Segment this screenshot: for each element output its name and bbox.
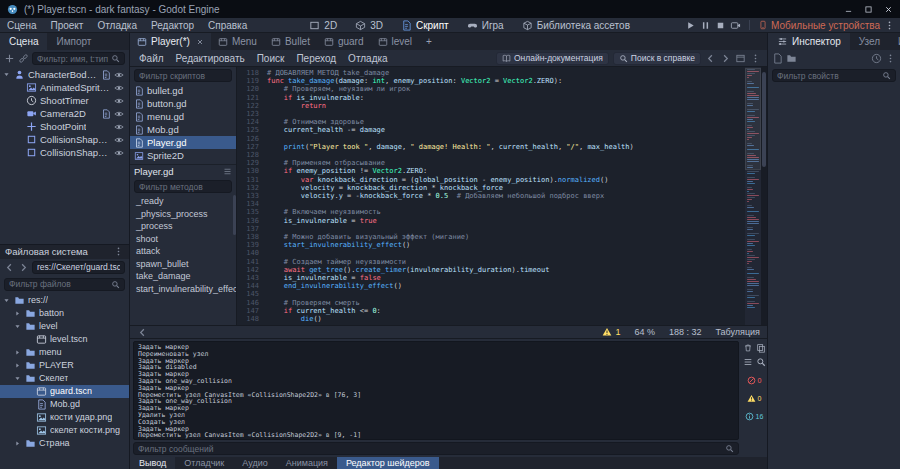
visibility-toggle-icon[interactable]	[114, 83, 124, 93]
script-list-item[interactable]: menu.gd	[130, 110, 236, 123]
filesystem-item[interactable]: batton	[0, 307, 129, 320]
output-log[interactable]: Задать маркерПереименовать узелЗадать ма…	[133, 341, 739, 440]
add-node-button[interactable]	[4, 53, 15, 64]
menu-item[interactable]: Проект	[43, 20, 90, 31]
toggle-scripts-panel-button[interactable]	[137, 327, 148, 338]
scene-tab[interactable]: level	[371, 33, 420, 50]
expand-arrow-icon[interactable]	[13, 310, 22, 317]
method-list-item[interactable]: take_damage	[130, 270, 236, 283]
filter-messages-input[interactable]	[138, 444, 722, 454]
warnings-indicator[interactable]: 1	[602, 327, 620, 337]
pause-button[interactable]	[700, 20, 711, 31]
inspector-dock-tab[interactable]: История	[889, 33, 900, 50]
method-list-item[interactable]: _physics_process	[130, 208, 236, 221]
filesystem-item[interactable]: Mob.gd	[0, 398, 129, 411]
script-list-item[interactable]: button.gd	[130, 97, 236, 110]
scrollbar-thumb[interactable]	[762, 72, 766, 167]
close-window-button[interactable]	[884, 5, 893, 14]
sort-methods-button[interactable]	[223, 167, 232, 176]
scene-tree-item[interactable]: CharacterBody2D	[0, 68, 129, 81]
scene-tree-item[interactable]: CollisionShape2D2	[0, 146, 129, 159]
code-minimap[interactable]	[745, 67, 761, 325]
copy-output-button[interactable]	[756, 343, 766, 353]
history-back-button[interactable]	[705, 53, 716, 64]
stop-button[interactable]	[715, 20, 726, 31]
minimize-button[interactable]	[844, 5, 853, 14]
inspector-dock-tab[interactable]: Инспектор	[768, 33, 850, 50]
menu-item[interactable]: Сцена	[0, 20, 43, 31]
device-selector[interactable]: Мобильные устройства	[758, 20, 880, 31]
workspace-script[interactable]: Скрипт	[392, 20, 458, 31]
bottom-panel-tab[interactable]: Вывод	[130, 457, 175, 469]
resource-history-button[interactable]	[871, 53, 882, 64]
scene-tab[interactable]: Menu	[211, 33, 264, 50]
asset-library-button[interactable]: Библиотека ассетов	[513, 20, 639, 31]
bottom-panel-tab[interactable]: Редактор шейдеров	[337, 457, 439, 469]
script-menu-item[interactable]: Файл	[133, 53, 170, 64]
expand-arrow-icon[interactable]	[13, 362, 22, 369]
visibility-toggle-icon[interactable]	[114, 96, 124, 106]
bottom-panel-tab[interactable]: Аудио	[233, 457, 276, 469]
output-search-button[interactable]	[756, 357, 766, 367]
code-scrollbar[interactable]	[761, 67, 767, 325]
indent-type[interactable]: Табуляция	[715, 327, 760, 337]
scene-tab[interactable]: guard	[317, 33, 371, 50]
scene-tree-item[interactable]: CollisionShape2D	[0, 133, 129, 146]
movie-mode-button[interactable]	[730, 20, 741, 31]
fs-forward-button[interactable]	[18, 262, 29, 273]
filter-nodes-input[interactable]	[37, 54, 108, 64]
make-floating-button[interactable]	[735, 53, 746, 64]
attached-script-icon[interactable]	[101, 109, 111, 119]
method-list-item[interactable]: _process	[130, 220, 236, 233]
filesystem-menu-button[interactable]	[113, 246, 124, 257]
method-list-item[interactable]: attack	[130, 245, 236, 258]
filesystem-item[interactable]: Страна	[0, 437, 129, 450]
close-tab-icon[interactable]	[196, 38, 204, 46]
search-help-button[interactable]: Поиск в справке	[613, 52, 701, 65]
visibility-toggle-icon[interactable]	[114, 148, 124, 158]
filesystem-item[interactable]: res://	[0, 294, 129, 307]
filesystem-item[interactable]: menu	[0, 346, 129, 359]
script-list-item[interactable]: Sprite2D	[130, 149, 236, 162]
filter-properties-input[interactable]	[777, 71, 879, 81]
filesystem-item[interactable]: level.tscn	[0, 333, 129, 346]
bottom-panel-tab[interactable]: Отладчик	[175, 457, 233, 469]
collapse-duplicates-button[interactable]	[743, 357, 753, 367]
filesystem-item[interactable]: guard.tscn	[0, 385, 129, 398]
workspace-3d[interactable]: 3D	[346, 20, 392, 31]
method-list-item[interactable]: start_invulnerability_effect	[130, 283, 236, 296]
error-filter-toggle[interactable]: 0	[747, 376, 762, 385]
minimap-viewport[interactable]	[745, 68, 761, 170]
filesystem-item[interactable]: PLAYER	[0, 359, 129, 372]
instance-scene-button[interactable]	[18, 53, 29, 64]
inspector-dock-tab[interactable]: Узел	[850, 33, 889, 50]
menu-item[interactable]: Редактор	[144, 20, 201, 31]
filesystem-item[interactable]: level	[0, 320, 129, 333]
filter-methods-input[interactable]	[139, 182, 227, 192]
expand-arrow-icon[interactable]	[2, 297, 11, 304]
visibility-toggle-icon[interactable]	[114, 70, 124, 80]
expand-arrow-icon[interactable]	[13, 349, 22, 356]
new-scene-tab-button[interactable]: +	[419, 33, 439, 50]
script-list-item[interactable]: bullet.gd	[130, 84, 236, 97]
visibility-toggle-icon[interactable]	[114, 122, 124, 132]
expand-arrow-icon[interactable]	[13, 323, 22, 330]
menu-item[interactable]: Справка	[201, 20, 254, 31]
online-docs-button[interactable]: Онлайн-документация	[496, 52, 609, 65]
scene-tree-item[interactable]: Camera2D	[0, 107, 129, 120]
scene-dock-tab[interactable]: Сцена	[0, 33, 47, 50]
play-button[interactable]	[685, 20, 696, 31]
method-list-item[interactable]: _ready	[130, 195, 236, 208]
bottom-panel-tab[interactable]: Анимация	[277, 457, 337, 469]
scene-tree-item[interactable]: ShootTimer	[0, 94, 129, 107]
script-list-item[interactable]: Mob.gd	[130, 123, 236, 136]
fs-back-button[interactable]	[4, 262, 15, 273]
code-text[interactable]: # ДОБАВЛЯЕМ МЕТОД take_damagefunc take_d…	[262, 67, 745, 325]
titlebar[interactable]: (*) Player.tscn - dark fantasy - Godot E…	[0, 0, 900, 18]
method-list-item[interactable]: spawn_bullet	[130, 258, 236, 271]
workspace-2d[interactable]: 2D	[300, 20, 346, 31]
menu-item[interactable]: Отладка	[90, 20, 144, 31]
warning-filter-toggle[interactable]: 0	[747, 394, 762, 403]
scene-tree-item[interactable]: ShootPoint	[0, 120, 129, 133]
workspace-game[interactable]: Игра	[458, 20, 513, 31]
